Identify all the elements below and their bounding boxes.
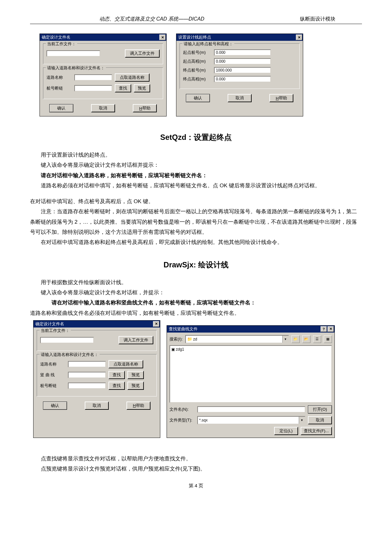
dialog-title: 确定设计文件名✕: [34, 321, 160, 327]
header-left: 动态、交互式道路及立交 CAD 系统——DICAD: [30, 16, 273, 22]
find-button-2[interactable]: 查找: [108, 382, 125, 390]
body-text: 在对话框中填写道路名称和起终点桩号及高程后，即完成新设计线的绘制。其他其他同绘设…: [30, 237, 362, 247]
help-icon[interactable]: ?: [321, 326, 327, 332]
group-road-name: 道路名称点取道路名称 桩号断链查找预览: [43, 67, 163, 99]
road-name-input[interactable]: [68, 361, 106, 367]
group-current-file: 调入工作文件: [43, 43, 163, 64]
find-file-button[interactable]: 查找文件(F)...: [301, 427, 332, 435]
page-footer: 第 4 页: [30, 483, 362, 489]
group-road-name: 道路名称点取道路名称 竖 曲 线查找预览 桩号断链查找预览: [37, 354, 157, 396]
close-icon[interactable]: ✕: [328, 326, 334, 332]
cancel-button[interactable]: 取消: [228, 94, 252, 102]
find-button[interactable]: 查找: [115, 84, 131, 92]
dialog-confirm-design-file-2: 确定设计文件名✕ 调入工作文件 道路名称点取道路名称 竖 曲 线查找预览 桩号断…: [33, 320, 160, 438]
start-elev-input[interactable]: [214, 58, 271, 65]
body-text: 道路名称和竖曲线文件名必须在对话框中填写，如有桩号断链，应填写桩号断链文件名。: [30, 308, 362, 318]
zh-break-input[interactable]: [74, 85, 112, 91]
ok-button[interactable]: 确认: [49, 104, 73, 112]
cancel-button[interactable]: 取消: [308, 416, 332, 424]
ok-button[interactable]: 确认: [186, 94, 210, 102]
workfile-input[interactable]: [40, 337, 94, 343]
zh-break-input[interactable]: [68, 383, 106, 389]
filename-label: 文件名(N):: [169, 407, 195, 412]
detail-view-button[interactable]: ▦: [324, 335, 332, 343]
group-current-file: 调入工作文件: [37, 330, 157, 351]
help-button[interactable]: H帮助: [269, 94, 293, 102]
file-list[interactable]: ▣ zdg1: [169, 345, 332, 403]
body-text: 用于设置新设计线的起终点。: [30, 150, 362, 160]
section-heading-drawsjx: DrawSjx: 绘设计线: [30, 260, 362, 270]
file-item[interactable]: ▣ zdg1: [171, 347, 330, 352]
folder-combo[interactable]: 📁zd▼: [185, 335, 289, 343]
body-text: 道路名称必须在对话框中填写，如有桩号断链，应填写桩号断链文件名。点 OK 键后将…: [30, 181, 362, 191]
start-zh-label: 起点桩号(m): [183, 50, 211, 55]
body-text: 在对话框中填写起、终点桩号及高程后，点 OK 键。: [30, 196, 362, 207]
search-in-label: 搜索(I):: [169, 336, 183, 342]
group-start-end: 起点桩号(m) 起点高程(m) 终点桩号(m) 终点高程(m): [180, 43, 300, 89]
locate-button[interactable]: 定位(L): [274, 427, 298, 435]
preview-button[interactable]: 预览: [134, 84, 150, 92]
end-zh-label: 终点桩号(m): [183, 67, 211, 73]
body-text: 键入该命令将显示确定设计文件名对话框，并提示：: [30, 288, 362, 298]
zh-break-label: 桩号断链: [40, 383, 65, 389]
end-zh-input[interactable]: [214, 67, 271, 73]
folder-icon: 📁: [187, 337, 192, 341]
close-icon[interactable]: ✕: [296, 34, 302, 40]
preview-button-2[interactable]: 预览: [127, 382, 144, 390]
chevron-down-icon: ▼: [299, 417, 305, 424]
close-icon[interactable]: ✕: [153, 321, 159, 327]
help-button[interactable]: H帮助: [126, 402, 150, 410]
pick-road-button[interactable]: 点取道路名称: [115, 73, 150, 82]
close-icon[interactable]: ✕: [159, 34, 166, 40]
list-view-button[interactable]: ☰: [313, 335, 321, 343]
start-zh-input[interactable]: [214, 49, 271, 56]
body-text-bold: 请在对话框中输入道路名称，如有桩号断链，应填写桩号断链文件名：: [30, 171, 362, 181]
load-workfile-button[interactable]: 调入工作文件: [119, 336, 153, 344]
body-text: 点预览键将显示设计文件预览对话框，供用户预览相应文件(见下图)。: [30, 464, 362, 474]
dialog-title: 查找竖曲线文件?✕: [167, 326, 334, 333]
load-workfile-button[interactable]: 调入工作文件: [125, 49, 160, 58]
road-name-label: 道路名称: [40, 361, 65, 367]
dialog-title: 确定设计文件名✕: [40, 34, 166, 41]
road-name-input[interactable]: [74, 74, 112, 81]
filename-input[interactable]: [197, 406, 305, 413]
find-button[interactable]: 查找: [108, 371, 125, 379]
dialog-title: 设置设计线起终点✕: [176, 34, 303, 41]
sqx-label: 竖 曲 线: [40, 372, 65, 378]
zh-break-label: 桩号断链: [46, 85, 72, 91]
file-icon: ▣: [171, 347, 175, 352]
road-name-label: 道路名称: [46, 75, 72, 80]
open-button[interactable]: 打开(O): [308, 405, 332, 414]
dialog-set-start-end: 设置设计线起终点✕ 起点桩号(m) 起点高程(m) 终点桩号(m) 终点高程(m…: [176, 34, 303, 116]
preview-button[interactable]: 预览: [127, 371, 144, 379]
body-text: 键入该命令将显示确定设计文件名对话框并提示：: [30, 160, 362, 170]
pick-road-button[interactable]: 点取道路名称: [108, 360, 143, 368]
filetype-combo[interactable]: *.sqx▼: [197, 416, 305, 424]
body-text: 注意：当道路存在桩号断链时，则在填写的断链桩号后面空一格以上的空格再填写段落号。…: [30, 207, 362, 237]
dialog-find-file: 查找竖曲线文件?✕ 搜索(I): 📁zd▼ 📁 📂 ☰ ▦ ▣ zdg1 文件名…: [167, 325, 335, 438]
end-elev-input[interactable]: [214, 76, 271, 82]
help-button[interactable]: HH帮助帮助: [133, 104, 157, 112]
sqx-input[interactable]: [68, 372, 106, 378]
up-folder-button[interactable]: 📁: [291, 335, 300, 343]
body-text-bold: 请在对话框中输入道路名称和竖曲线文件名，如有桩号断链，应填写桩号断链文件名：: [30, 298, 362, 308]
section-heading-setqzd: SetQzd：设置起终点: [30, 132, 362, 142]
new-folder-button[interactable]: 📂: [302, 335, 310, 343]
start-elev-label: 起点高程(m): [183, 59, 211, 64]
body-text: 点查找键将显示查找文件对话框，以帮助用户方便地查找文件。: [30, 454, 362, 464]
body-text: 用于根据数据文件绘纵断面设计线。: [30, 278, 362, 288]
cancel-button[interactable]: 取消: [85, 402, 109, 410]
filetype-label: 文件类型(T):: [169, 417, 195, 423]
chevron-down-icon: ▼: [282, 336, 288, 343]
workfile-input[interactable]: [46, 50, 100, 57]
dialog-confirm-design-file: 确定设计文件名✕ 调入工作文件 道路名称点取道路名称 桩号断链查找预览 确认 取…: [40, 34, 167, 116]
ok-button[interactable]: 确认: [43, 402, 67, 410]
cancel-button[interactable]: 取消: [91, 104, 115, 112]
header-right: 纵断面设计模块: [273, 16, 362, 22]
end-elev-label: 终点高程(m): [183, 76, 211, 82]
